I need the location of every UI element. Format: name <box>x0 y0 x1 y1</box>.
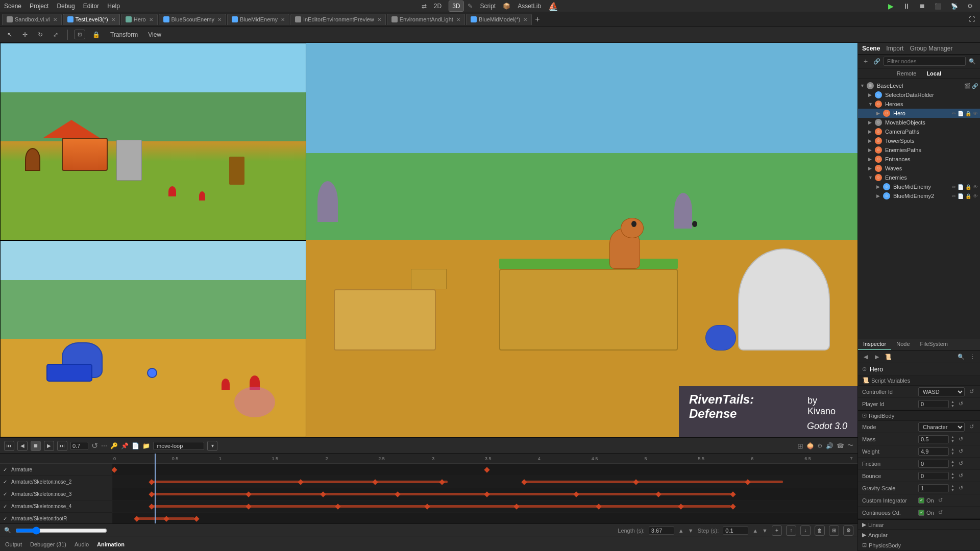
bluemidenemy-lock-icon[interactable]: 🔒 <box>965 184 971 190</box>
animation-track-area[interactable]: 0 0.5 1 1.5 2 2.5 3 3.5 4 4.5 5 5.5 <box>112 454 857 523</box>
tree-item-baselevel[interactable]: ▼ ⊞ BaseLevel 🎬🔗 <box>858 81 980 90</box>
tab-bluemidenemy[interactable]: BlueMidEnemy ✕ <box>227 14 289 25</box>
step-button[interactable]: ⬛ <box>932 2 945 11</box>
tab-close-ineditorenv[interactable]: ✕ <box>377 17 381 22</box>
tab-close-sandboxlvl[interactable]: ✕ <box>53 17 57 22</box>
anim-up2-icon[interactable]: ▲ <box>752 528 758 534</box>
anim-time-input[interactable] <box>70 442 88 450</box>
tab-hero[interactable]: Hero ✕ <box>121 14 158 25</box>
tree-item-camerapaths[interactable]: ▶ ⊙ CameraPaths <box>858 127 980 136</box>
gravityscale-input[interactable] <box>918 484 949 492</box>
controllerid-reset-btn[interactable]: ↺ <box>967 387 976 396</box>
scale-mode-button[interactable]: ⤢ <box>50 30 61 40</box>
tree-item-movableobjects[interactable]: ▶ ⊙ MovableObjects <box>858 118 980 127</box>
anim-bezier2-icon[interactable]: 〜 <box>847 441 853 450</box>
remote-debug-button[interactable]: 📡 <box>948 2 961 11</box>
mode-2d-button[interactable]: 2D <box>431 1 445 11</box>
attach-script-button[interactable]: 🔗 <box>872 57 881 66</box>
anim-zoom-slider[interactable] <box>15 527 107 535</box>
anim-audio-icon[interactable]: 🔊 <box>826 442 834 449</box>
assetlib-button[interactable]: AssetLib <box>514 1 544 11</box>
playerid-spinner[interactable]: ▲ ▼ <box>951 400 954 408</box>
gravityscale-reset-btn[interactable]: ↺ <box>957 484 966 493</box>
keyframe-track-armature[interactable] <box>112 464 857 476</box>
stop-button[interactable]: ⏹ <box>916 1 928 11</box>
gravityscale-spinner[interactable]: ▲ ▼ <box>951 484 954 492</box>
inspector-script-btn[interactable]: 📜 <box>884 352 893 361</box>
anim-onion-icon[interactable]: 🧅 <box>806 442 814 449</box>
rotate-mode-button[interactable]: ↻ <box>35 30 46 40</box>
anim-dropdown-btn[interactable]: ▾ <box>207 441 217 451</box>
anim-down2-icon[interactable]: ▼ <box>762 528 768 534</box>
track-check-nose2[interactable]: ✓ <box>3 479 7 485</box>
bounce-spinner[interactable]: ▲ ▼ <box>951 472 954 480</box>
viewport-bottom-left[interactable] <box>0 240 306 438</box>
menu-editor[interactable]: Editor <box>83 3 99 10</box>
tree-item-enemiespaths[interactable]: ▶ ⊙ EnemiesPaths <box>858 145 980 155</box>
bluemidenemy-script-icon[interactable]: 📄 <box>958 184 964 190</box>
friction-input[interactable] <box>918 460 949 468</box>
bluemidenemy2-lock-icon[interactable]: 🔒 <box>965 193 971 199</box>
tab-close-testlevel3[interactable]: ✕ <box>111 17 115 22</box>
view-label-btn[interactable]: View <box>145 30 164 40</box>
track-check-footr[interactable]: ✓ <box>3 516 7 521</box>
inspector-prev-btn[interactable]: ◀ <box>861 352 870 361</box>
anim-play[interactable]: ▶ <box>44 441 54 451</box>
customintegrator-checkbox[interactable]: ✓ <box>918 497 924 504</box>
tree-item-bluemidenemy[interactable]: ▶ ⊙ BlueMidEnemy ✏ 📄 🔒 👁 <box>858 182 980 191</box>
anim-name-input[interactable] <box>153 442 204 450</box>
anim-play-back[interactable]: ◀ <box>17 441 28 451</box>
linear-section[interactable]: ▶ Linear <box>858 519 980 530</box>
anim-settings2-btn[interactable]: ⚙ <box>843 525 853 536</box>
tab-close-envlight[interactable]: ✕ <box>456 17 460 22</box>
scene-tab-import[interactable]: Import <box>886 45 903 52</box>
anim-loop-icon[interactable]: ↺ <box>91 441 98 450</box>
anim-keys-icon[interactable]: 🔑 <box>110 442 118 449</box>
bluemidenemy2-script-icon[interactable]: 📄 <box>958 193 964 199</box>
tree-item-enemies[interactable]: ▼ ⊙ Enemies <box>858 173 980 182</box>
keyframe-track-nose2[interactable] <box>112 476 857 488</box>
hero-edit-icon[interactable]: ✏ <box>952 111 956 116</box>
anim-add-track-btn[interactable]: + <box>772 525 782 536</box>
keyframe-track-nose3[interactable] <box>112 488 857 500</box>
mass-input[interactable] <box>918 435 949 443</box>
bluemidenemy2-edit-icon[interactable]: ✏ <box>952 193 956 199</box>
anim-delete-track-btn[interactable]: 🗑 <box>815 525 825 536</box>
add-tab-button[interactable]: + <box>533 15 542 24</box>
menu-debug[interactable]: Debug <box>57 3 75 10</box>
track-check-nose3[interactable]: ✓ <box>3 491 7 497</box>
local-tab[interactable]: Local <box>926 70 941 77</box>
anim-load-icon[interactable]: 📁 <box>142 442 150 449</box>
track-check-armature[interactable]: ✓ <box>3 467 7 472</box>
anim-snap-icon[interactable]: 📌 <box>121 442 129 449</box>
track-check-nose4[interactable]: ✓ <box>3 504 7 509</box>
bounce-input[interactable] <box>918 472 949 480</box>
tree-item-hero[interactable]: ▶ ⊙ Hero ✏ 📄 🔒 👁 <box>858 109 980 118</box>
mode-dropdown[interactable]: Character <box>918 422 965 432</box>
inspector-next-btn[interactable]: ▶ <box>872 352 881 361</box>
anim-down-icon[interactable]: ▼ <box>688 528 694 534</box>
hero-script-icon[interactable]: 📄 <box>958 111 964 116</box>
anim-duplicate-btn[interactable]: ⊞ <box>829 525 839 536</box>
settings-button[interactable]: ⚙ <box>964 1 976 11</box>
anim-call-icon[interactable]: ☎ <box>837 442 844 449</box>
tab-close-bluescoutenemy[interactable]: ✕ <box>217 17 222 22</box>
tree-item-heroes[interactable]: ▼ ⊙ Heroes <box>858 99 980 109</box>
scene-tab-group-manager[interactable]: Group Manager <box>910 45 952 52</box>
anim-stop[interactable]: ⏹ <box>31 441 41 451</box>
playerid-input[interactable] <box>918 400 949 408</box>
mode-3d-button[interactable]: 3D <box>449 1 463 12</box>
tab-close-bluemidenemy[interactable]: ✕ <box>281 17 285 22</box>
pause-button[interactable]: ⏸ <box>900 1 913 12</box>
tree-item-waves[interactable]: ▶ ⊙ Waves <box>858 164 980 173</box>
keyframe-track-nose4[interactable] <box>112 500 857 513</box>
bounce-reset-btn[interactable]: ↺ <box>957 471 966 481</box>
timeline-playhead[interactable] <box>155 454 156 523</box>
controllerid-dropdown[interactable]: WASD <box>918 387 965 396</box>
mass-spinner[interactable]: ▲ ▼ <box>951 435 954 443</box>
output-tab-animation[interactable]: Animation <box>97 541 125 547</box>
weight-reset-btn[interactable]: ↺ <box>957 447 966 456</box>
anim-settings-icon[interactable]: ⚙ <box>817 442 823 449</box>
hero-eye-icon[interactable]: 👁 <box>973 111 978 116</box>
play-button[interactable]: ▶ <box>885 1 897 12</box>
